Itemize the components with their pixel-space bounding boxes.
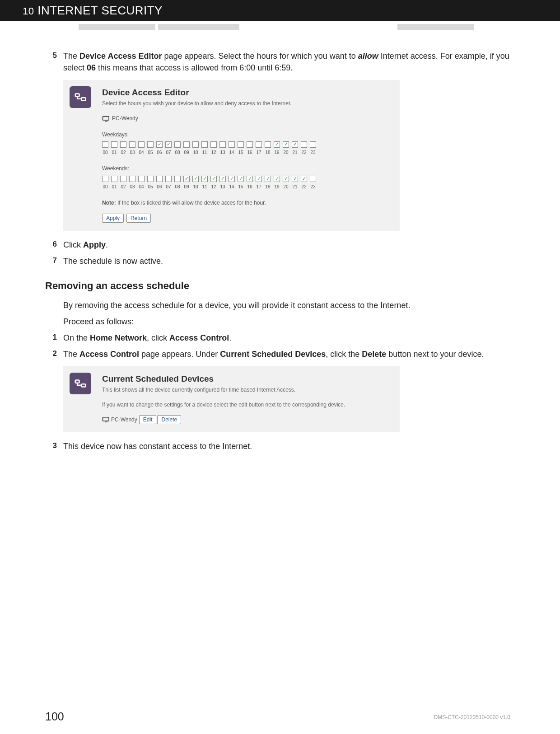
step-number: 7 [45, 255, 63, 267]
hour-checkbox-15[interactable] [238, 141, 244, 148]
hour-label: 14 [229, 150, 235, 156]
hour-label: 05 [147, 184, 154, 191]
remove-step-2: 2 The Access Control page appears. Under… [45, 348, 515, 360]
hour-checkbox-13[interactable] [219, 176, 226, 182]
hour-label: 08 [174, 150, 181, 156]
hour-checkbox-15[interactable] [238, 176, 244, 182]
tab-strip [0, 24, 560, 32]
hour-label: 21 [292, 150, 298, 156]
hour-checkbox-22[interactable] [301, 176, 307, 182]
step-text: The Device Access Editor page appears. S… [63, 50, 515, 74]
hour-label: 22 [301, 184, 307, 191]
panel2-desc: If you want to change the settings for a… [102, 401, 392, 409]
hour-checkbox-13[interactable] [219, 141, 226, 148]
hour-checkbox-17[interactable] [256, 141, 262, 148]
hour-checkbox-09[interactable] [183, 176, 190, 182]
hour-label: 12 [210, 150, 217, 156]
hour-checkbox-21[interactable] [292, 141, 298, 148]
hour-checkbox-19[interactable] [274, 176, 280, 182]
apply-button[interactable]: Apply [102, 214, 124, 223]
hour-checkbox-16[interactable] [247, 141, 253, 148]
delete-button[interactable]: Delete [157, 415, 181, 424]
hour-label: 06 [156, 150, 163, 156]
return-button[interactable]: Return [126, 214, 151, 223]
hour-checkbox-14[interactable] [229, 176, 235, 182]
hour-checkbox-16[interactable] [247, 176, 253, 182]
hour-checkbox-20[interactable] [283, 141, 289, 148]
hour-label: 03 [129, 150, 135, 156]
weekends-label: Weekends: [102, 165, 392, 173]
hour-label: 08 [174, 184, 181, 191]
hour-checkbox-06[interactable] [156, 176, 163, 182]
hour-checkbox-02[interactable] [120, 141, 126, 148]
hour-label: 00 [102, 150, 108, 156]
hour-checkbox-00[interactable] [102, 176, 108, 182]
hour-checkbox-08[interactable] [174, 141, 181, 148]
removing-heading: Removing an access schedule [45, 279, 515, 293]
monitor-icon [102, 116, 110, 122]
hour-checkbox-07[interactable] [165, 141, 172, 148]
step-7: 7 The schedule is now active. [45, 255, 515, 267]
step-6: 6 Click Apply. [45, 239, 515, 251]
hour-label: 07 [165, 184, 172, 191]
svg-rect-3 [75, 380, 79, 383]
hour-checkbox-18[interactable] [265, 176, 271, 182]
hour-checkbox-03[interactable] [129, 141, 135, 148]
hour-checkbox-12[interactable] [210, 176, 217, 182]
hour-checkbox-02[interactable] [120, 176, 126, 182]
hour-checkbox-05[interactable] [147, 141, 154, 148]
hour-checkbox-10[interactable] [192, 141, 199, 148]
hour-label: 20 [283, 184, 289, 191]
hour-label: 07 [165, 150, 172, 156]
hour-label: 13 [219, 184, 226, 191]
step-text: Click Apply. [63, 239, 515, 251]
hour-checkbox-23[interactable] [310, 176, 316, 182]
hour-checkbox-08[interactable] [174, 176, 181, 182]
step-number: 6 [45, 239, 63, 251]
step-text: The schedule is now active. [63, 255, 515, 267]
hour-checkbox-23[interactable] [310, 141, 316, 148]
hour-checkbox-04[interactable] [138, 141, 145, 148]
hour-checkbox-01[interactable] [111, 176, 117, 182]
edit-button[interactable]: Edit [139, 415, 157, 424]
step-number: 1 [45, 332, 63, 344]
weekdays-label: Weekdays: [102, 131, 392, 139]
hour-checkbox-18[interactable] [265, 141, 271, 148]
hour-checkbox-04[interactable] [138, 176, 145, 182]
hour-label: 19 [274, 150, 280, 156]
hour-label: 11 [201, 150, 208, 156]
hour-label: 18 [265, 150, 271, 156]
hour-checkbox-01[interactable] [111, 141, 117, 148]
hour-checkbox-14[interactable] [229, 141, 235, 148]
hour-checkbox-03[interactable] [129, 176, 135, 182]
hour-checkbox-11[interactable] [201, 141, 208, 148]
hour-checkbox-20[interactable] [283, 176, 289, 182]
hour-label: 13 [219, 150, 226, 156]
hour-checkbox-00[interactable] [102, 141, 108, 148]
hour-label: 04 [138, 184, 145, 191]
remove-step-3: 3 This device now has constant access to… [45, 440, 515, 452]
hour-checkbox-19[interactable] [274, 141, 280, 148]
hour-checkbox-12[interactable] [210, 141, 217, 148]
remove-step-1: 1 On the Home Network, click Access Cont… [45, 332, 515, 344]
hour-checkbox-10[interactable] [192, 176, 199, 182]
svg-rect-5 [103, 417, 109, 421]
hour-label: 12 [210, 184, 217, 191]
hour-checkbox-11[interactable] [201, 176, 208, 182]
hour-checkbox-21[interactable] [292, 176, 298, 182]
hour-checkbox-17[interactable] [256, 176, 262, 182]
scheduled-device-row: PC-Wendy Edit Delete [102, 415, 392, 424]
hour-label: 15 [238, 150, 244, 156]
svg-rect-0 [75, 94, 79, 97]
weekends-hour-grid [102, 176, 392, 182]
hour-checkbox-09[interactable] [183, 141, 190, 148]
hour-checkbox-06[interactable] [156, 141, 163, 148]
hour-checkbox-05[interactable] [147, 176, 154, 182]
hour-checkbox-22[interactable] [301, 141, 307, 148]
hour-label: 16 [247, 150, 253, 156]
removing-proceed: Proceed as follows: [63, 316, 515, 327]
hour-label: 02 [120, 150, 126, 156]
weekdays-hour-labels: 0001020304050607080910111213141516171819… [102, 150, 392, 156]
page-content: 5 The Device Access Editor page appears.… [0, 32, 560, 453]
hour-checkbox-07[interactable] [165, 176, 172, 182]
